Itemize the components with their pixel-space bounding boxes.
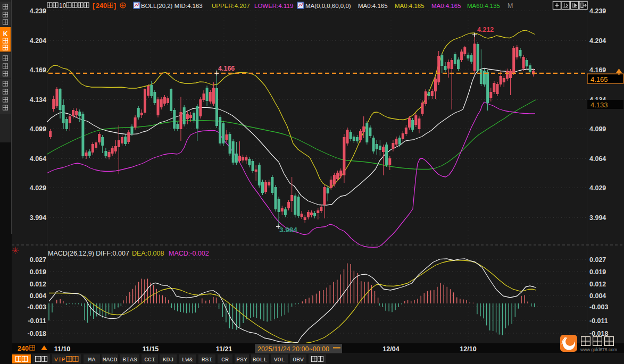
svg-text:0.012: 0.012	[589, 281, 606, 288]
svg-text:0.019: 0.019	[30, 268, 46, 276]
svg-text:MACD:-0.002: MACD:-0.002	[169, 250, 209, 257]
svg-text:UPPER:4.207: UPPER:4.207	[212, 3, 250, 9]
svg-text:4.204: 4.204	[30, 37, 46, 45]
svg-text:3.994: 3.994	[30, 214, 46, 222]
svg-text:4.212: 4.212	[477, 26, 494, 33]
svg-text:-0.018: -0.018	[589, 330, 608, 337]
svg-text:240: 240	[18, 345, 29, 352]
svg-text:MA0:4.165: MA0:4.165	[358, 3, 388, 9]
svg-text:4.133: 4.133	[590, 101, 608, 109]
svg-text:0.027: 0.027	[589, 256, 606, 264]
svg-text:4.239: 4.239	[589, 7, 606, 15]
svg-text:4.134: 4.134	[30, 96, 46, 104]
svg-text:K: K	[3, 30, 8, 38]
svg-text:]: ]	[114, 2, 116, 10]
svg-text:12/04: 12/04	[382, 345, 399, 353]
svg-text:OBV: OBV	[293, 356, 304, 363]
svg-text:-0.011: -0.011	[28, 317, 46, 325]
svg-text:4.166: 4.166	[218, 65, 235, 72]
svg-text:VIP: VIP	[54, 356, 65, 363]
svg-text:VOL: VOL	[274, 356, 285, 363]
svg-text:11/10: 11/10	[54, 345, 71, 353]
svg-text:BOLL: BOLL	[253, 356, 268, 363]
svg-text:-0.003: -0.003	[28, 303, 46, 311]
svg-text:M: M	[507, 2, 513, 10]
svg-text:PSY: PSY	[236, 356, 247, 363]
svg-text:MA: MA	[88, 356, 96, 363]
svg-text:240: 240	[96, 2, 107, 10]
svg-text:4.099: 4.099	[589, 125, 606, 133]
svg-text:-0.018: -0.018	[28, 330, 46, 337]
svg-text:CCI: CCI	[144, 356, 155, 363]
svg-text:MACD: MACD	[103, 356, 118, 363]
svg-text:4.029: 4.029	[30, 184, 46, 192]
svg-text:DEA:0.008: DEA:0.008	[132, 250, 164, 257]
svg-text:4.099: 4.099	[30, 125, 46, 133]
svg-text:MA(0,0,0,60,0,0): MA(0,0,0,60,0,0)	[305, 3, 351, 9]
svg-text:4.165: 4.165	[590, 75, 608, 83]
svg-text:MA60:4.135: MA60:4.135	[467, 3, 500, 9]
svg-text:RSI: RSI	[202, 356, 213, 363]
svg-text:12/10: 12/10	[460, 345, 476, 353]
svg-text:[: [	[93, 2, 95, 10]
svg-text:-0.011: -0.011	[589, 317, 608, 325]
svg-text:LOWER:4.119: LOWER:4.119	[254, 3, 293, 9]
svg-text:CR: CR	[221, 356, 229, 363]
svg-text:3.994: 3.994	[589, 214, 606, 222]
svg-text:MA0:4.165: MA0:4.165	[395, 3, 425, 9]
svg-text:MA0:4.165: MA0:4.165	[431, 3, 461, 9]
svg-text:3.984: 3.984	[279, 226, 297, 234]
svg-text:4.064: 4.064	[30, 155, 46, 163]
svg-text:0.019: 0.019	[589, 268, 606, 276]
svg-text:4.064: 4.064	[589, 155, 606, 163]
svg-text:MACD(26,12,9) DIFF:0.007: MACD(26,12,9) DIFF:0.007	[48, 250, 129, 257]
svg-text:LW&: LW&	[182, 356, 193, 363]
svg-text:0.004: 0.004	[30, 292, 46, 300]
svg-text:4.169: 4.169	[30, 66, 46, 74]
svg-text:BOLL(20,2) MID:4.163: BOLL(20,2) MID:4.163	[141, 3, 203, 9]
svg-text:KDJ: KDJ	[163, 356, 174, 363]
svg-text:0.027: 0.027	[30, 256, 46, 264]
svg-text:www.gold678.com: www.gold678.com	[580, 347, 617, 352]
svg-text:4.169: 4.169	[589, 66, 606, 74]
svg-text:0.012: 0.012	[30, 281, 46, 288]
svg-text:11/21: 11/21	[216, 345, 232, 353]
svg-text:10: 10	[59, 2, 66, 10]
svg-text:0.004: 0.004	[589, 292, 606, 300]
svg-text:4.204: 4.204	[589, 37, 606, 45]
svg-text:11/15: 11/15	[143, 345, 159, 353]
svg-text:BIAS: BIAS	[122, 356, 137, 363]
svg-text:2025/11/24 20:00~00:00: 2025/11/24 20:00~00:00	[257, 345, 329, 353]
svg-text:4.029: 4.029	[589, 184, 606, 192]
svg-text:4.239: 4.239	[30, 7, 46, 15]
svg-text:-0.003: -0.003	[589, 303, 608, 311]
